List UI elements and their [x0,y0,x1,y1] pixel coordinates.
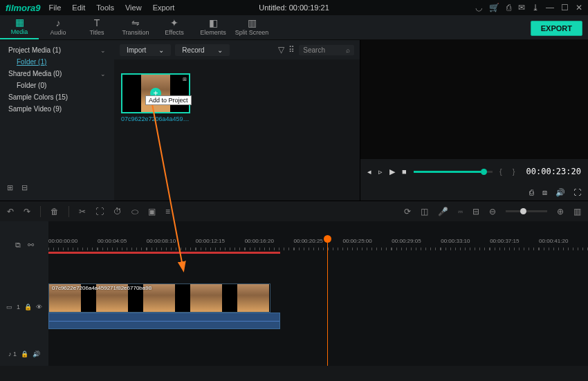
green-screen-button[interactable]: ▣ [148,207,156,216]
sidebar-project-media[interactable]: Project Media (1)⌄ [0,44,114,56]
camera-icon[interactable]: ⧇ [542,188,547,197]
maximize-icon[interactable]: ☐ [561,3,569,12]
notification-icon[interactable]: ⎙ [506,3,511,12]
new-folder-icon[interactable]: ⊞ [7,183,13,192]
mute-icon[interactable]: 🔊 [33,351,40,357]
mixer-button[interactable]: ⎓ [458,207,463,216]
playhead[interactable] [327,236,328,366]
sidebar-sample-video[interactable]: Sample Video (9) [0,103,114,115]
crop-button[interactable]: ⛶ [95,207,104,216]
undo-button[interactable]: ↶ [7,207,14,216]
marker-button[interactable]: ◫ [421,207,428,216]
stop-button[interactable]: ■ [402,167,407,176]
advanced-button[interactable]: ≡ [165,207,170,216]
link-icon[interactable]: ⚯ [28,241,34,250]
media-clip[interactable]: + ⊞ 07c9622e7206a4a4592... [121,73,190,187]
menu-file[interactable]: File [49,3,62,12]
record-dropdown[interactable]: Record⌄ [175,44,229,56]
preview-controls: ◂ ▹ ▶ ■ { } 00:00:23:20 [360,159,588,184]
search-input[interactable]: Search⌕ [299,45,354,55]
ruler-tick: 00:00:25:00 [342,238,392,252]
cart-icon[interactable]: 🛒 [489,3,499,12]
lock-icon[interactable]: 🔒 [24,304,32,310]
speed-button[interactable]: ⏱ [113,207,122,216]
close-icon[interactable]: ✕ [576,3,582,12]
preview-viewport[interactable] [360,40,588,159]
timeline-clip[interactable]: 07c9622e7206a4a459271f82e6770ba98 [48,284,270,313]
timeline-layers-icon[interactable]: ⧉ [15,241,21,250]
effects-icon: ✦ [170,18,178,28]
lock-icon[interactable]: 🔒 [21,351,28,357]
music-icon: ♪ [56,18,61,28]
chevron-down-icon: ⌄ [158,46,164,54]
chevron-down-icon: ⌄ [100,71,106,77]
delete-button[interactable]: 🗑 [50,207,59,216]
eye-icon[interactable]: 👁 [36,304,42,310]
menu-view[interactable]: View [125,3,142,12]
zoom-out-button[interactable]: ⊖ [489,207,496,216]
ruler-tick: 00:00:16:20 [245,238,294,252]
tab-transition[interactable]: ⇋Transition [116,15,155,39]
import-dropdown[interactable]: Import⌄ [120,44,171,56]
filter-icon[interactable]: ▽ [278,45,284,55]
ruler-tick: 00:00:33:10 [441,238,490,252]
account-icon[interactable]: ◡ [475,3,482,12]
audio-track-header[interactable]: ♪ 1 🔒 🔊 [0,344,48,364]
time-ruler[interactable]: 00:00:00:00 00:00:04:05 00:00:08:10 00:0… [48,238,588,252]
chevron-down-icon: ⌄ [217,46,223,54]
mark-brackets[interactable]: { } [499,167,519,176]
record-vo-button[interactable]: 🎤 [438,207,448,216]
add-to-project-tooltip: Add to Project [145,95,192,105]
ruler-tick: 00:00:08:10 [147,238,196,252]
zoom-slider[interactable] [506,210,547,212]
document-title: Untitled: 00:00:19:21 [259,3,329,12]
export-button[interactable]: EXPORT [531,21,582,36]
options-icon[interactable]: ⊞ [183,77,187,82]
clip-label: 07c9622e7206a4a459271f82e6770ba98 [52,285,151,291]
redo-button[interactable]: ↷ [24,207,30,216]
sidebar-folder-0[interactable]: Folder (0) [0,80,114,91]
tab-elements[interactable]: ◧Elements [194,15,232,39]
titlebar: filmora9 File Edit Tools View Export Unt… [0,0,588,15]
prev-frame-button[interactable]: ◂ [367,167,371,176]
video-track-header[interactable]: ▭ 1 🔒 👁 [0,297,48,317]
video-track-icon: ▭ [6,304,12,310]
media-thumbnails: + ⊞ 07c9622e7206a4a4592... [114,59,360,201]
play-back-button[interactable]: ▹ [378,167,383,176]
app-logo: filmora9 [6,3,41,13]
fullscreen-icon[interactable]: ⛶ [573,188,581,196]
menu-edit[interactable]: Edit [72,3,85,12]
render-button[interactable]: ⟳ [404,207,411,216]
menu-tools[interactable]: Tools [96,3,114,12]
clip-frame [190,284,222,312]
clip-thumbnail[interactable]: + ⊞ [121,73,190,113]
zoom-in-button[interactable]: ⊕ [557,207,564,216]
grid-view-icon[interactable]: ⠿ [288,45,295,55]
preview-progress[interactable] [414,171,493,173]
sidebar-shared-media[interactable]: Shared Media (0)⌄ [0,68,114,80]
minimize-icon[interactable]: — [546,3,554,12]
tab-audio[interactable]: ♪Audio [39,15,77,39]
tab-titles[interactable]: TTitles [77,15,116,39]
media-sidebar: Project Media (1)⌄ Folder (1) Shared Med… [0,40,114,201]
audio-clip[interactable] [48,313,280,329]
tab-split-screen[interactable]: ▥Split Screen [232,15,271,39]
unrendered-region [48,252,280,254]
zoom-fit-button[interactable]: ▥ [573,207,581,216]
volume-icon[interactable]: 🔊 [555,188,565,197]
audio-sync-button[interactable]: ⊟ [472,207,479,216]
tab-effects[interactable]: ✦Effects [155,15,194,39]
play-button[interactable]: ▶ [389,167,395,176]
menu-export[interactable]: Export [153,3,175,12]
color-button[interactable]: ⬭ [131,207,138,216]
delete-folder-icon[interactable]: ⊟ [21,183,28,192]
tab-media[interactable]: ▦Media [0,15,39,39]
preview-panel: ◂ ▹ ▶ ■ { } 00:00:23:20 ⎙ ⧇ 🔊 ⛶ [360,40,588,201]
sidebar-folder-selected[interactable]: Folder (1) [0,56,114,68]
sidebar-sample-colors[interactable]: Sample Colors (15) [0,91,114,103]
mail-icon[interactable]: ✉ [518,3,525,12]
download-icon[interactable]: ⤓ [532,3,539,12]
main-menu: File Edit Tools View Export [49,3,175,12]
snapshot-export-icon[interactable]: ⎙ [529,188,534,196]
split-button[interactable]: ✂ [79,207,86,216]
